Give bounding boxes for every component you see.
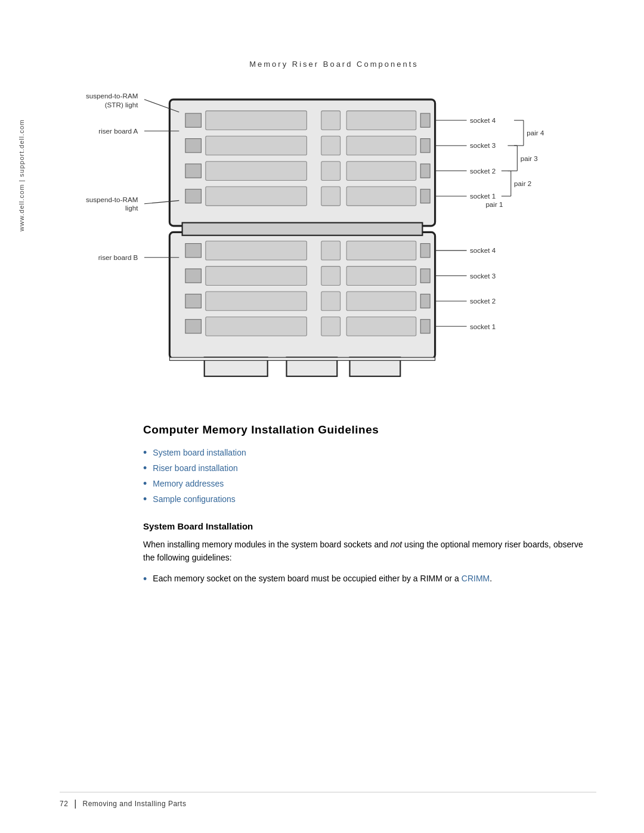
- toc-link-memory-addresses[interactable]: Memory addresses: [153, 479, 224, 488]
- svg-rect-9: [321, 111, 340, 130]
- svg-rect-29: [321, 241, 340, 260]
- svg-rect-46: [420, 320, 430, 333]
- svg-rect-22: [185, 189, 202, 203]
- board-diagram-svg: suspend-to-RAM (STR) light riser board A…: [60, 80, 608, 397]
- svg-rect-15: [346, 136, 416, 155]
- svg-rect-12: [185, 139, 202, 153]
- toc-link-sample-configs[interactable]: Sample configurations: [153, 494, 236, 504]
- footer-separator: |: [74, 798, 76, 809]
- svg-text:pair 2: pair 2: [514, 179, 531, 187]
- svg-text:pair 4: pair 4: [527, 129, 544, 137]
- bullet-item-1: • Each memory socket on the system board…: [143, 572, 596, 587]
- svg-rect-33: [206, 267, 307, 286]
- svg-rect-8: [206, 111, 307, 130]
- svg-text:suspend-to-RAM: suspend-to-RAM: [86, 92, 138, 100]
- svg-text:socket 1: socket 1: [470, 323, 496, 330]
- svg-rect-45: [346, 317, 416, 336]
- svg-rect-14: [321, 136, 340, 155]
- svg-rect-11: [420, 113, 430, 127]
- svg-rect-7: [185, 113, 202, 127]
- toc-item-memory-addresses: Memory addresses: [143, 478, 596, 489]
- footer-page-number: 72: [60, 800, 68, 808]
- svg-text:socket 4: socket 4: [470, 246, 496, 254]
- toc-list: System board installation Riser board in…: [143, 447, 596, 504]
- svg-rect-18: [206, 162, 307, 181]
- crimm-link[interactable]: CRIMM: [462, 574, 490, 583]
- svg-rect-2: [182, 223, 423, 236]
- svg-rect-20: [346, 162, 416, 181]
- toc-item-riser-board: Riser board installation: [143, 463, 596, 473]
- svg-rect-16: [420, 139, 430, 153]
- svg-rect-17: [185, 164, 202, 178]
- section1-heading: System Board Installation: [143, 521, 596, 531]
- svg-rect-23: [206, 187, 307, 206]
- svg-rect-6: [169, 357, 435, 360]
- svg-rect-32: [185, 269, 202, 283]
- svg-rect-28: [206, 241, 307, 260]
- body-text-1: When installing memory modules in the sy…: [143, 538, 596, 564]
- svg-rect-25: [346, 187, 416, 206]
- svg-rect-42: [185, 320, 202, 333]
- svg-rect-19: [321, 162, 340, 181]
- svg-rect-10: [346, 111, 416, 130]
- svg-text:socket 4: socket 4: [470, 116, 496, 124]
- svg-rect-35: [346, 267, 416, 286]
- svg-rect-38: [206, 292, 307, 311]
- svg-rect-39: [321, 292, 340, 311]
- diagram-section: Memory Riser Board Components: [60, 60, 608, 405]
- diagram-wrapper: suspend-to-RAM (STR) light riser board A…: [60, 80, 608, 397]
- main-heading: Computer Memory Installation Guidelines: [143, 423, 596, 436]
- footer-text: Removing and Installing Parts: [83, 800, 187, 808]
- svg-rect-43: [206, 317, 307, 336]
- svg-text:riser board A: riser board A: [98, 127, 138, 135]
- diagram-title: Memory Riser Board Components: [60, 60, 608, 69]
- svg-rect-21: [420, 164, 430, 178]
- svg-rect-24: [321, 187, 340, 206]
- svg-rect-34: [321, 267, 340, 286]
- svg-text:socket 1: socket 1: [470, 192, 496, 200]
- svg-text:pair 1: pair 1: [485, 200, 503, 208]
- svg-text:pair 3: pair 3: [521, 154, 538, 162]
- svg-text:suspend-to-RAM: suspend-to-RAM: [86, 196, 138, 203]
- svg-text:socket 2: socket 2: [470, 297, 496, 305]
- page-container: www.dell.com | support.dell.com Memory R…: [0, 0, 644, 833]
- side-text: www.dell.com | support.dell.com: [18, 119, 25, 231]
- toc-link-riser-board[interactable]: Riser board installation: [153, 463, 237, 473]
- svg-text:(STR) light: (STR) light: [105, 101, 138, 109]
- toc-item-sample-configs: Sample configurations: [143, 494, 596, 504]
- svg-rect-44: [321, 317, 340, 336]
- svg-text:socket 2: socket 2: [470, 167, 496, 175]
- toc-item-system-board: System board installation: [143, 447, 596, 458]
- svg-text:socket 3: socket 3: [470, 272, 496, 280]
- svg-rect-26: [420, 189, 430, 203]
- svg-rect-13: [206, 136, 307, 155]
- bullet-text-1: Each memory socket on the system board m…: [153, 572, 596, 586]
- content-area: Computer Memory Installation Guidelines …: [143, 423, 596, 593]
- svg-text:riser board B: riser board B: [98, 253, 138, 261]
- svg-rect-36: [420, 269, 430, 283]
- svg-rect-27: [185, 243, 202, 257]
- svg-text:socket 3: socket 3: [470, 141, 496, 149]
- svg-rect-31: [420, 243, 430, 257]
- svg-rect-37: [185, 294, 202, 308]
- toc-link-system-board[interactable]: System board installation: [153, 448, 246, 457]
- svg-rect-40: [346, 292, 416, 311]
- footer: 72 | Removing and Installing Parts: [60, 792, 596, 809]
- bullet-dot-1: •: [143, 572, 147, 587]
- svg-rect-30: [346, 241, 416, 260]
- svg-rect-41: [420, 294, 430, 308]
- svg-text:light: light: [125, 204, 138, 212]
